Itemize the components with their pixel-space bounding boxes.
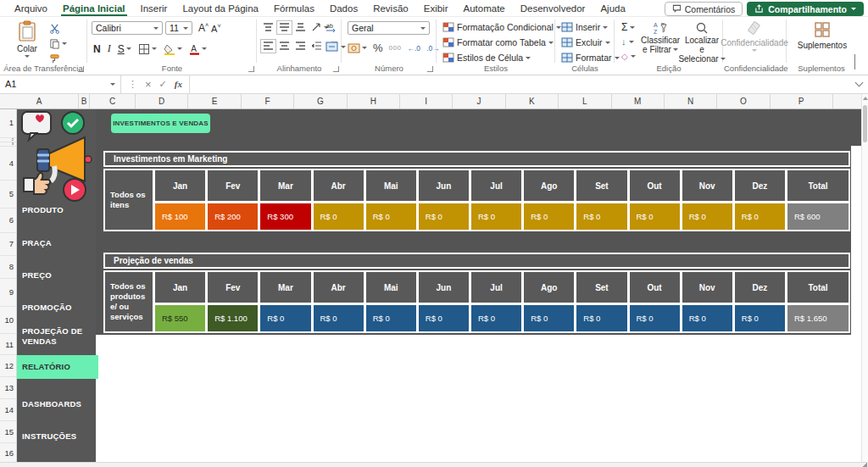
resize-grip-icon[interactable] xyxy=(862,463,867,467)
styles-menu-button[interactable]: Formatar como Tabela xyxy=(442,37,554,47)
fill-color-button[interactable] xyxy=(164,43,182,55)
ribbon-tab[interactable]: Layout da Página xyxy=(175,0,266,16)
collapse-ribbon-button[interactable] xyxy=(854,54,855,69)
borders-button[interactable] xyxy=(138,43,157,55)
sidebar-item[interactable]: PRODUTO xyxy=(22,205,94,215)
column-header[interactable]: I xyxy=(400,93,453,108)
cells-menu-button[interactable]: Formatar xyxy=(561,53,620,63)
sidebar-item[interactable]: INSTRUÇÕES xyxy=(22,431,94,442)
cells-menu-button[interactable]: Inserir xyxy=(561,22,608,32)
value-cell[interactable]: R$ 0 xyxy=(682,305,732,331)
value-cell[interactable]: R$ 300 xyxy=(260,203,310,230)
sidebar-item[interactable]: PROMOÇÃO xyxy=(22,303,94,313)
column-header[interactable]: N xyxy=(665,93,717,108)
row-header[interactable]: 12 xyxy=(0,355,16,377)
column-header[interactable]: H xyxy=(348,93,400,108)
ribbon-tab[interactable]: Ajuda xyxy=(593,0,632,16)
font-name-select[interactable]: Calibri xyxy=(92,21,163,35)
styles-menu-button[interactable]: Estilos de Célula xyxy=(442,53,531,63)
row-header[interactable]: 16 xyxy=(0,443,16,462)
sidebar-item[interactable]: DASHBOARDS xyxy=(22,399,94,409)
sort-filter-button[interactable]: AZ Classificar e Filtrar xyxy=(638,21,682,54)
enter-icon[interactable]: ✓ xyxy=(159,79,167,90)
name-box[interactable]: A1 xyxy=(0,75,121,93)
value-cell[interactable]: R$ 0 xyxy=(630,305,680,331)
sidebar-item[interactable]: PRAÇA xyxy=(22,238,94,248)
align-right-icon[interactable] xyxy=(295,42,306,51)
merge-center-button[interactable] xyxy=(326,42,346,52)
number-dialog-launcher[interactable] xyxy=(427,66,433,72)
investments-sales-title-button[interactable]: INVESTIMENTOS E VENDAS xyxy=(111,114,210,133)
accounting-format-button[interactable] xyxy=(348,43,367,53)
column-header[interactable]: K xyxy=(506,93,559,108)
ribbon-tab[interactable]: Arquivo xyxy=(7,0,55,16)
autosum-button[interactable]: Σ xyxy=(621,21,635,33)
column-header[interactable]: A xyxy=(0,93,79,108)
align-left-icon[interactable] xyxy=(263,42,274,51)
scroll-up-arrow-icon[interactable] xyxy=(863,97,868,100)
row-header[interactable]: 15 xyxy=(0,421,16,443)
ribbon-tab[interactable]: Automate xyxy=(456,0,513,16)
paste-button[interactable]: Colar xyxy=(12,20,42,58)
value-cell[interactable]: R$ 0 xyxy=(524,305,574,331)
decrease-indent-icon[interactable] xyxy=(311,42,322,51)
row-header[interactable]: 10 xyxy=(0,307,16,334)
value-cell[interactable]: R$ 0 xyxy=(471,305,521,331)
ribbon-tab[interactable]: Dados xyxy=(322,0,365,16)
grow-font-button[interactable]: A˄ xyxy=(198,22,209,34)
font-color-button[interactable]: A xyxy=(189,43,207,55)
column-header[interactable]: G xyxy=(294,93,347,108)
ribbon-tab[interactable]: Página Inicial xyxy=(55,0,133,16)
value-cell[interactable]: R$ 0 xyxy=(524,203,574,230)
value-cell[interactable]: R$ 0 xyxy=(576,203,626,230)
cut-button[interactable] xyxy=(49,23,60,34)
copy-button[interactable] xyxy=(49,38,67,49)
value-cell[interactable]: R$ 100 xyxy=(155,203,205,230)
align-bottom-icon[interactable] xyxy=(295,23,306,32)
value-cell[interactable]: R$ 0 xyxy=(471,203,521,230)
share-dropdown-caret-icon[interactable] xyxy=(851,8,856,10)
row-header[interactable]: 6 xyxy=(0,208,16,233)
number-format-select[interactable]: Geral xyxy=(348,21,430,35)
percent-style-button[interactable]: % xyxy=(373,42,383,54)
column-header[interactable]: P xyxy=(771,93,833,108)
value-cell[interactable]: R$ 0 xyxy=(419,305,469,331)
row-header[interactable]: 13 xyxy=(0,377,16,399)
row-header[interactable]: 1 xyxy=(0,108,16,138)
value-cell[interactable]: R$ 0 xyxy=(419,203,469,230)
decrease-decimal-button[interactable]: .0→ xyxy=(426,44,440,53)
find-select-button[interactable]: Localizar e Selecionar xyxy=(682,21,721,64)
column-header[interactable]: L xyxy=(559,93,611,108)
column-header[interactable]: D xyxy=(136,93,188,108)
italic-button[interactable]: I xyxy=(108,42,111,55)
row-header[interactable]: 14 xyxy=(0,399,16,421)
alignment-dialog-launcher[interactable] xyxy=(333,66,339,72)
ribbon-tab[interactable]: Inserir xyxy=(133,0,175,16)
row-header[interactable]: 4 xyxy=(0,147,16,181)
expand-formula-bar-button[interactable] xyxy=(849,75,868,93)
paste-dropdown-caret-icon[interactable] xyxy=(25,55,30,58)
value-cell[interactable]: R$ 0 xyxy=(314,305,364,331)
increase-decimal-button[interactable]: ←.0 xyxy=(407,44,420,53)
value-cell[interactable]: R$ 0 xyxy=(630,203,680,230)
value-cell[interactable]: R$ 1.650 xyxy=(787,305,849,331)
shrink-font-button[interactable]: A˅ xyxy=(211,23,220,34)
value-cell[interactable]: R$ 0 xyxy=(576,305,626,331)
share-button[interactable]: Compartilhamento xyxy=(747,2,864,16)
font-dialog-launcher[interactable] xyxy=(248,66,254,72)
column-header[interactable]: B xyxy=(79,93,90,108)
styles-menu-button[interactable]: Formatação Condicional xyxy=(442,22,561,32)
column-header[interactable]: M xyxy=(612,93,665,108)
column-header[interactable]: F xyxy=(242,93,294,108)
copy-caret-icon[interactable] xyxy=(62,42,67,45)
value-cell[interactable]: R$ 0 xyxy=(735,203,785,230)
column-header[interactable]: O xyxy=(717,93,770,108)
font-size-select[interactable]: 11 xyxy=(165,21,192,35)
ribbon-tab[interactable]: Desenvolvedor xyxy=(513,0,593,16)
value-cell[interactable]: R$ 0 xyxy=(682,203,732,230)
value-cell[interactable]: R$ 0 xyxy=(735,305,785,331)
ribbon-tab[interactable]: Revisão xyxy=(365,0,416,16)
row-header[interactable]: 5 xyxy=(0,181,16,208)
sidebar-item[interactable]: RELATÓRIO xyxy=(17,355,98,379)
insert-function-icon[interactable]: fx xyxy=(175,79,182,89)
